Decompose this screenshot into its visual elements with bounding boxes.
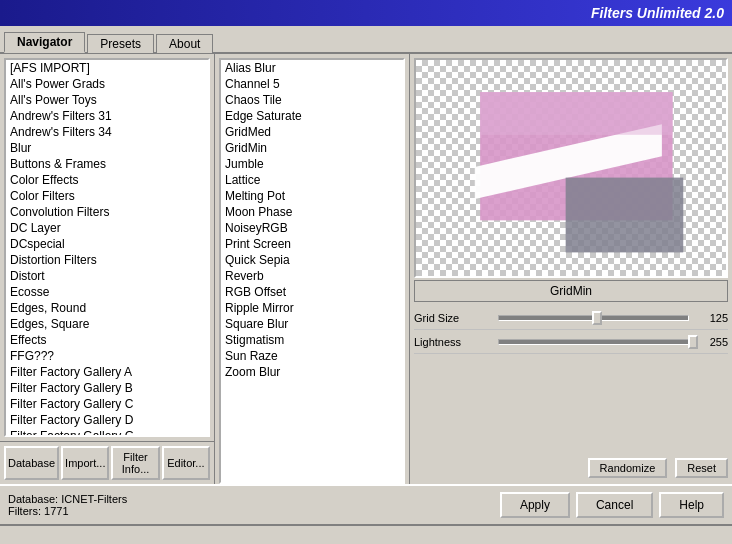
tab-about[interactable]: About [156, 34, 213, 53]
import-button[interactable]: Import... [61, 446, 109, 480]
filter-name-bar: GridMin [414, 280, 728, 302]
category-item[interactable]: Distort [6, 268, 208, 284]
title-bar: Filters Unlimited 2.0 [0, 0, 732, 26]
category-item[interactable]: Ecosse [6, 284, 208, 300]
left-panel: [AFS IMPORT]All's Power GradsAll's Power… [0, 54, 215, 484]
editor-button[interactable]: Editor... [162, 446, 210, 480]
preview-area [414, 58, 728, 278]
action-btn-group: Apply Cancel Help [500, 492, 724, 518]
category-item[interactable]: Andrew's Filters 31 [6, 108, 208, 124]
right-top-btns: Randomize Reset [414, 456, 728, 480]
category-list[interactable]: [AFS IMPORT]All's Power GradsAll's Power… [6, 60, 208, 435]
tab-bar: Navigator Presets About [0, 26, 732, 54]
slider-track [498, 315, 689, 321]
category-item[interactable]: All's Power Toys [6, 92, 208, 108]
filter-item[interactable]: Edge Saturate [221, 108, 403, 124]
filter-item[interactable]: Lattice [221, 172, 403, 188]
filter-item[interactable]: Channel 5 [221, 76, 403, 92]
filter-item[interactable]: Ripple Mirror [221, 300, 403, 316]
category-item[interactable]: Blur [6, 140, 208, 156]
category-item[interactable]: Filter Factory Gallery A [6, 364, 208, 380]
category-item[interactable]: All's Power Grads [6, 76, 208, 92]
param-label: Lightness [414, 336, 494, 348]
filter-item[interactable]: Print Screen [221, 236, 403, 252]
main-content: [AFS IMPORT]All's Power GradsAll's Power… [0, 54, 732, 484]
param-value: 125 [693, 312, 728, 324]
right-panel: GridMin Grid Size125Lightness255 Randomi… [410, 54, 732, 484]
svg-rect-2 [566, 178, 684, 253]
tab-presets[interactable]: Presets [87, 34, 154, 53]
param-slider-container[interactable] [498, 314, 689, 322]
reset-button[interactable]: Reset [675, 458, 728, 478]
status-info: Database: ICNET-Filters Filters: 1771 [8, 493, 127, 517]
status-database: Database: ICNET-Filters [8, 493, 127, 505]
filter-item[interactable]: Sun Raze [221, 348, 403, 364]
category-item[interactable]: Convolution Filters [6, 204, 208, 220]
database-button[interactable]: Database [4, 446, 59, 480]
filter-item[interactable]: GridMin [221, 140, 403, 156]
title-label: Filters Unlimited 2.0 [591, 5, 724, 21]
category-item[interactable]: DC Layer [6, 220, 208, 236]
category-item[interactable]: Effects [6, 332, 208, 348]
category-item[interactable]: Color Effects [6, 172, 208, 188]
category-item[interactable]: Edges, Square [6, 316, 208, 332]
apply-button[interactable]: Apply [500, 492, 570, 518]
filter-item[interactable]: RGB Offset [221, 284, 403, 300]
category-item[interactable]: [AFS IMPORT] [6, 60, 208, 76]
slider-track [498, 339, 689, 345]
param-slider-container[interactable] [498, 338, 689, 346]
left-buttons-bar: Database Import... Filter Info... Editor… [0, 441, 214, 484]
category-item[interactable]: Distortion Filters [6, 252, 208, 268]
category-item[interactable]: Edges, Round [6, 300, 208, 316]
preview-image [416, 60, 726, 278]
filter-item[interactable]: GridMed [221, 124, 403, 140]
params-area: Grid Size125Lightness255 [414, 306, 728, 456]
filter-item[interactable]: Zoom Blur [221, 364, 403, 380]
filter-list-container: Alias BlurChannel 5Chaos TileEdge Satura… [219, 58, 405, 484]
param-value: 255 [693, 336, 728, 348]
category-item[interactable]: Filter Factory Gallery B [6, 380, 208, 396]
category-item[interactable]: Filter Factory Gallery G [6, 428, 208, 435]
filter-item[interactable]: Melting Pot [221, 188, 403, 204]
category-item[interactable]: Andrew's Filters 34 [6, 124, 208, 140]
filter-item[interactable]: Moon Phase [221, 204, 403, 220]
category-item[interactable]: DCspecial [6, 236, 208, 252]
param-label: Grid Size [414, 312, 494, 324]
slider-thumb[interactable] [688, 335, 698, 349]
bottom-bar: Database: ICNET-Filters Filters: 1771 Ap… [0, 484, 732, 526]
filter-item[interactable]: Jumble [221, 156, 403, 172]
category-item[interactable]: Filter Factory Gallery C [6, 396, 208, 412]
filter-info-button[interactable]: Filter Info... [111, 446, 159, 480]
svg-rect-3 [480, 92, 672, 135]
filter-item[interactable]: Quick Sepia [221, 252, 403, 268]
slider-thumb[interactable] [592, 311, 602, 325]
category-item[interactable]: FFG??? [6, 348, 208, 364]
category-item[interactable]: Color Filters [6, 188, 208, 204]
randomize-button[interactable]: Randomize [588, 458, 668, 478]
filter-item[interactable]: Square Blur [221, 316, 403, 332]
category-item[interactable]: Buttons & Frames [6, 156, 208, 172]
filter-item[interactable]: Reverb [221, 268, 403, 284]
filter-item[interactable]: Alias Blur [221, 60, 403, 76]
param-row: Grid Size125 [414, 306, 728, 330]
category-list-container: [AFS IMPORT]All's Power GradsAll's Power… [4, 58, 210, 437]
filter-item[interactable]: Stigmatism [221, 332, 403, 348]
status-filters: Filters: 1771 [8, 505, 127, 517]
tab-navigator[interactable]: Navigator [4, 32, 85, 53]
filter-item[interactable]: Chaos Tile [221, 92, 403, 108]
filter-item[interactable]: NoiseyRGB [221, 220, 403, 236]
param-row: Lightness255 [414, 330, 728, 354]
help-button[interactable]: Help [659, 492, 724, 518]
cancel-button[interactable]: Cancel [576, 492, 653, 518]
middle-panel: Alias BlurChannel 5Chaos TileEdge Satura… [215, 54, 410, 484]
category-item[interactable]: Filter Factory Gallery D [6, 412, 208, 428]
